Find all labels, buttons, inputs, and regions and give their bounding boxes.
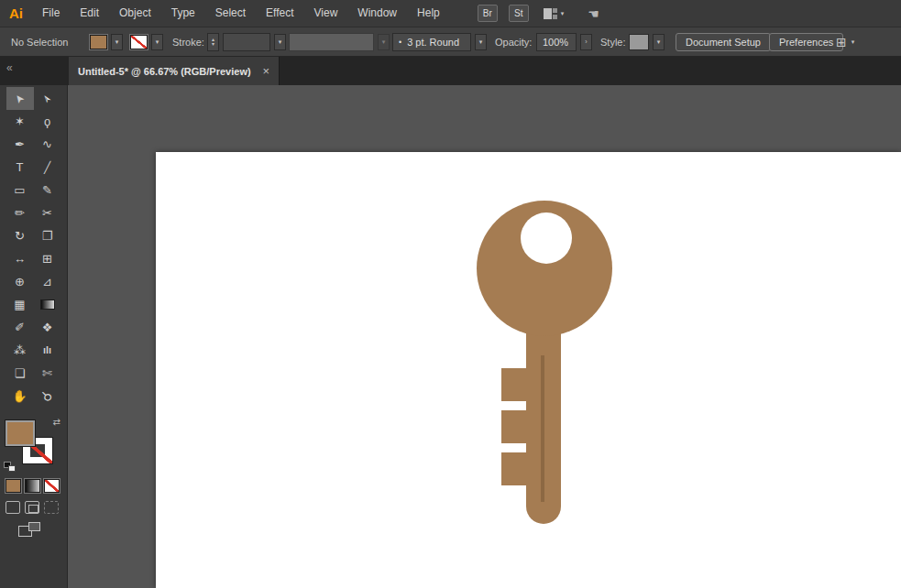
workspace-switcher[interactable]: ▾ <box>544 8 565 19</box>
style-dropdown[interactable]: ▾ <box>653 34 665 50</box>
opacity-expand-button[interactable]: › <box>580 34 592 50</box>
draw-inside-button[interactable] <box>44 501 59 514</box>
variable-width-dropdown: ▾ <box>378 34 390 50</box>
selection-status: No Selection <box>11 37 68 48</box>
document-tab-title: Untitled-5* @ 66.67% (RGB/Preview) <box>78 66 251 77</box>
symbol-sprayer-tool[interactable]: ⁂ <box>6 339 34 362</box>
scissors-tool[interactable]: ✂ <box>34 201 61 224</box>
stroke-panel-link[interactable]: Stroke: <box>172 37 204 48</box>
scale-tool[interactable]: ❐ <box>34 224 61 247</box>
document-tab-bar: « Untitled-5* @ 66.67% (RGB/Preview) × <box>0 57 901 85</box>
default-fill-stroke-icon[interactable] <box>4 462 16 472</box>
menu-help[interactable]: Help <box>407 0 450 27</box>
chevron-down-icon: ▾ <box>115 38 119 45</box>
selection-tool[interactable]: ➤ <box>6 87 34 110</box>
perspective-grid-tool[interactable]: ⊿ <box>34 270 61 293</box>
menu-effect[interactable]: Effect <box>256 0 303 27</box>
slice-tool[interactable]: ✄ <box>34 362 61 385</box>
rectangle-tool[interactable]: ▭ <box>6 179 34 201</box>
pen-tool[interactable]: ✒ <box>6 133 34 156</box>
menu-file[interactable]: File <box>32 0 70 27</box>
menu-bar: Ai FileEditObjectTypeSelectEffectViewWin… <box>0 0 901 27</box>
app-logo: Ai <box>9 5 23 21</box>
type-tool[interactable]: T <box>6 156 34 179</box>
mesh-tool[interactable]: ▦ <box>6 293 34 316</box>
key-tooth[interactable] <box>501 410 527 443</box>
hand-tool[interactable]: ✋ <box>6 385 34 408</box>
opacity-field[interactable]: 100% <box>536 33 577 51</box>
menu-view[interactable]: View <box>304 0 348 27</box>
stroke-weight-dropdown[interactable]: ▾ <box>274 34 286 50</box>
change-screen-mode-button[interactable] <box>18 522 40 539</box>
color-button[interactable] <box>5 479 21 493</box>
touch-workspace-icon[interactable]: ☚ <box>588 6 599 21</box>
brush-dropdown[interactable]: ▾ <box>475 34 487 50</box>
stroke-color-swatch[interactable] <box>130 35 148 49</box>
rotate-tool[interactable]: ↻ <box>6 224 34 247</box>
collapse-panel-icon[interactable]: « <box>6 61 13 74</box>
variable-width-profile-field <box>289 33 374 51</box>
preferences-button[interactable]: Preferences <box>769 33 843 51</box>
stepper-down-icon: ▾ <box>212 42 214 47</box>
tool-grid: ➤ ➢ ✶ ϙ ✒ ∿ T ╱ ▭ ✎ ✏ ✂ <box>0 85 67 408</box>
opacity-panel-link[interactable]: Opacity: <box>495 37 532 48</box>
key-groove[interactable] <box>541 355 544 502</box>
menu-window[interactable]: Window <box>347 0 407 27</box>
key-artwork[interactable] <box>156 152 901 588</box>
menu-select[interactable]: Select <box>205 0 256 27</box>
menu-edit[interactable]: Edit <box>70 0 109 27</box>
blend-tool[interactable]: ❖ <box>34 316 61 339</box>
key-tooth[interactable] <box>501 452 527 485</box>
zoom-tool[interactable]: ⚲ <box>34 385 61 408</box>
pencil-tool[interactable]: ✏ <box>6 201 34 224</box>
none-button[interactable] <box>44 479 60 493</box>
artboard[interactable] <box>156 152 901 588</box>
shape-builder-tool[interactable]: ⊕ <box>6 270 34 293</box>
illustrator-window: Ai FileEditObjectTypeSelectEffectViewWin… <box>0 0 901 588</box>
chevron-right-icon: › <box>585 38 587 45</box>
direct-selection-tool[interactable]: ➢ <box>34 87 61 110</box>
document-tab[interactable]: Untitled-5* @ 66.67% (RGB/Preview) × <box>69 57 280 85</box>
column-graph-tool[interactable]: ılı <box>34 339 61 362</box>
brush-definition-field[interactable]: • 3 pt. Round <box>392 33 471 51</box>
free-transform-tool[interactable]: ⊞ <box>34 247 61 270</box>
control-bar: No Selection ▾ ▾ Stroke: ▴ ▾ ▾ ▾ • <box>0 27 901 57</box>
stroke-weight-stepper[interactable]: ▴ ▾ <box>207 33 219 51</box>
magic-wand-tool[interactable]: ✶ <box>6 110 34 133</box>
graphic-style-swatch[interactable] <box>629 34 649 50</box>
key-tooth[interactable] <box>501 368 527 401</box>
fill-dropdown-button[interactable]: ▾ <box>111 34 123 50</box>
artboard-tool[interactable]: ❏ <box>6 362 34 385</box>
brush-bullet-icon: • <box>399 38 401 47</box>
draw-behind-button[interactable] <box>25 501 39 514</box>
line-segment-tool[interactable]: ╱ <box>34 156 61 179</box>
close-tab-icon[interactable]: × <box>255 64 269 78</box>
fill-stroke-widget: ⇄ <box>4 417 64 472</box>
document-setup-button[interactable]: Document Setup <box>676 33 771 51</box>
fill-proxy-swatch[interactable] <box>5 420 35 446</box>
stock-button[interactable]: St <box>509 5 529 22</box>
fill-color-swatch[interactable] <box>90 35 107 49</box>
canvas-area[interactable] <box>68 85 901 588</box>
paintbrush-tool[interactable]: ✎ <box>34 179 61 201</box>
stroke-dropdown-button[interactable]: ▾ <box>151 34 163 50</box>
curvature-tool[interactable]: ∿ <box>34 133 61 156</box>
menu-type[interactable]: Type <box>161 0 205 27</box>
gradient-tool[interactable] <box>34 293 61 316</box>
width-tool[interactable]: ↔ <box>6 247 34 270</box>
arrange-documents-icon[interactable]: ⊞ <box>836 35 847 49</box>
style-panel-link[interactable]: Style: <box>600 37 626 48</box>
gradient-button[interactable] <box>25 479 40 493</box>
swap-fill-stroke-icon[interactable]: ⇄ <box>53 417 60 427</box>
draw-normal-button[interactable] <box>5 501 20 514</box>
lasso-tool[interactable]: ϙ <box>34 110 61 133</box>
bridge-button[interactable]: Br <box>478 5 498 22</box>
stroke-weight-field[interactable] <box>223 33 270 51</box>
menu-object[interactable]: Object <box>109 0 161 27</box>
chevron-down-icon: ▾ <box>156 38 159 45</box>
key-hole[interactable] <box>521 212 572 264</box>
eyedropper-tool[interactable]: ✐ <box>6 316 34 339</box>
chevron-down-icon: ▾ <box>382 38 386 45</box>
workspace-layout-icon <box>544 8 557 19</box>
drawing-mode-row <box>5 501 59 514</box>
